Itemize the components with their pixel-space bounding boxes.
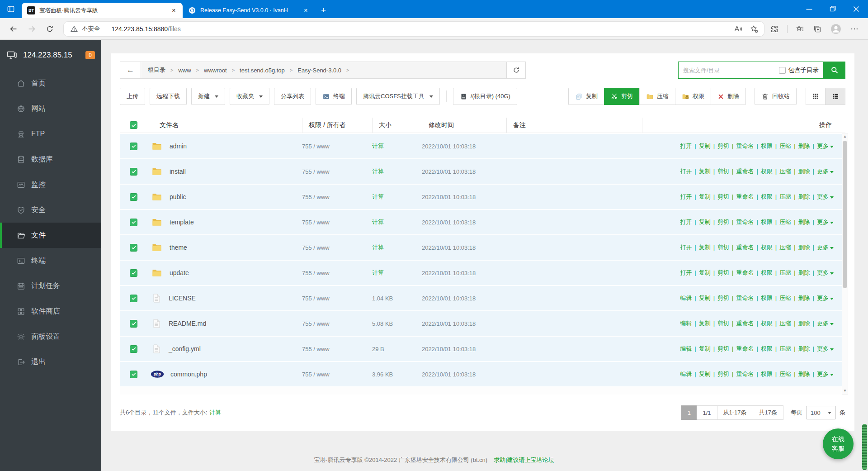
row-action-link[interactable]: 打开 [680,219,692,225]
profile-icon[interactable] [830,23,842,35]
row-action-link[interactable]: 更多 [817,320,834,327]
row-action-link[interactable]: 权限 [761,219,773,225]
sidebar-item-home[interactable]: 首页 [0,71,101,96]
row-checkbox[interactable] [130,269,137,277]
row-checkbox[interactable] [130,193,137,201]
row-action-link[interactable]: 重命名 [736,269,754,276]
row-action-link[interactable]: 压缩 [779,193,791,200]
row-action-link[interactable]: 编辑 [680,371,692,377]
row-action-link[interactable]: 打开 [680,168,692,175]
select-all-checkbox[interactable] [130,121,137,129]
new-tab-button[interactable]: + [321,6,326,14]
row-action-link[interactable]: 压缩 [779,244,791,251]
file-name[interactable]: theme [170,244,187,251]
row-action-link[interactable]: 剪切 [717,143,729,149]
row-action-link[interactable]: 更多 [817,269,834,276]
row-action-link[interactable]: 权限 [761,143,773,149]
extensions-icon[interactable] [770,24,779,33]
page-size-select[interactable]: 100 [806,406,836,419]
table-row[interactable]: install755 / www计算2022/10/01 10:03:18打开|… [120,159,845,184]
file-name[interactable]: update [170,269,189,276]
row-action-link[interactable]: 删除 [798,219,810,225]
row-action-link[interactable]: 更多 [817,219,834,225]
row-action-link[interactable]: 重命名 [736,168,754,175]
row-action-link[interactable]: 更多 [817,345,834,352]
row-checkbox[interactable] [130,244,137,252]
refresh-directory-icon[interactable] [506,62,525,78]
current-page[interactable]: 1 [681,405,697,420]
row-action-link[interactable]: 复制 [699,143,711,149]
file-name[interactable]: template [170,219,194,226]
row-action-link[interactable]: 删除 [798,244,810,251]
row-action-link[interactable]: 打开 [680,269,692,276]
row-action-link[interactable]: 删除 [798,269,810,276]
calculate-size-link[interactable]: 计算 [372,269,384,276]
file-name[interactable]: install [170,168,186,175]
tab-actions-icon[interactable] [0,0,22,18]
breadcrumb-item[interactable]: Easy-Send-3.0.0 [297,67,341,74]
row-action-link[interactable]: 剪切 [717,320,729,327]
compress-button[interactable]: 压缩 [639,88,675,105]
include-subdir-option[interactable]: 包含子目录 [779,66,819,74]
table-scrollbar[interactable]: ▲ ▼ [842,133,848,395]
grid-view-icon[interactable] [806,88,826,105]
help-forum-link[interactable]: 求助|建议请上宝塔论坛 [494,457,554,463]
row-action-link[interactable]: 重命名 [736,219,754,225]
row-action-link[interactable]: 复制 [699,219,711,225]
delete-button[interactable]: 删除 [711,88,746,105]
sidebar-item-config[interactable]: 面板设置 [0,324,101,349]
breadcrumb-item[interactable]: wwwroot [204,67,227,74]
row-checkbox[interactable] [130,168,137,176]
row-action-link[interactable]: 剪切 [717,168,729,175]
window-close-icon[interactable] [844,0,868,18]
sidebar-item-security[interactable]: 安全 [0,197,101,223]
row-action-link[interactable]: 压缩 [779,345,791,352]
row-checkbox[interactable] [130,320,137,328]
breadcrumb-item[interactable]: www [178,67,191,74]
new-button[interactable]: 新建 [191,88,225,105]
browser-tab[interactable]: Release Easy-Send V3.0.0 · IvanH✕ [183,3,315,18]
cosfs-tool-button[interactable]: 腾讯云COSFS挂载工具 [356,88,440,105]
message-count-badge[interactable]: 0 [85,51,95,59]
back-directory-icon[interactable]: ← [120,62,141,78]
table-row[interactable]: template755 / www计算2022/10/01 10:03:18打开… [120,210,845,234]
row-action-link[interactable]: 权限 [761,168,773,175]
file-name[interactable]: _config.yml [169,345,201,352]
list-view-icon[interactable] [826,88,845,105]
row-action-link[interactable]: 更多 [817,193,834,200]
calculate-size-link[interactable]: 计算 [372,219,384,225]
copy-button[interactable]: 复制 [568,88,604,105]
row-action-link[interactable]: 权限 [761,295,773,301]
sidebar-item-soft[interactable]: 软件商店 [0,299,101,324]
row-action-link[interactable]: 更多 [817,143,834,149]
collections-icon[interactable] [813,24,822,33]
page-scrollbar-thumb[interactable] [862,424,867,470]
row-checkbox[interactable] [130,295,137,302]
search-input[interactable] [683,67,779,74]
scroll-down-icon[interactable]: ▼ [843,388,847,394]
window-minimize-icon[interactable] [797,0,821,18]
more-menu-icon[interactable] [850,24,859,33]
file-name[interactable]: admin [170,143,187,150]
permission-button[interactable]: 权限 [675,88,711,105]
sidebar-item-database[interactable]: 数据库 [0,147,101,172]
sidebar-item-terminal[interactable]: 终端 [0,248,101,273]
calculate-size-link[interactable]: 计算 [372,244,384,251]
browser-tab[interactable]: BT宝塔面板·腾讯云专享版✕ [22,3,183,18]
row-action-link[interactable]: 压缩 [779,269,791,276]
table-row[interactable]: LICENSE755 / www1.04 KB2022/10/01 10:03:… [120,286,845,310]
window-restore-icon[interactable] [821,0,844,18]
forward-icon[interactable] [24,22,39,36]
table-row[interactable]: phpcommon.php755 / www3.96 KB2022/10/01 … [120,362,845,386]
sidebar-item-cron[interactable]: 计划任务 [0,273,101,299]
row-action-link[interactable]: 权限 [761,244,773,251]
row-action-link[interactable]: 压缩 [779,143,791,149]
row-action-link[interactable]: 压缩 [779,320,791,327]
row-action-link[interactable]: 更多 [817,295,834,301]
back-icon[interactable] [6,22,21,36]
row-action-link[interactable]: 剪切 [717,345,729,352]
address-bar[interactable]: 不安全 124.223.85.15:8880/files [63,21,764,37]
row-action-link[interactable]: 编辑 [680,295,692,301]
table-row[interactable]: admin755 / www计算2022/10/01 10:03:18打开|复制… [120,134,845,158]
scroll-up-icon[interactable]: ▲ [843,133,847,140]
